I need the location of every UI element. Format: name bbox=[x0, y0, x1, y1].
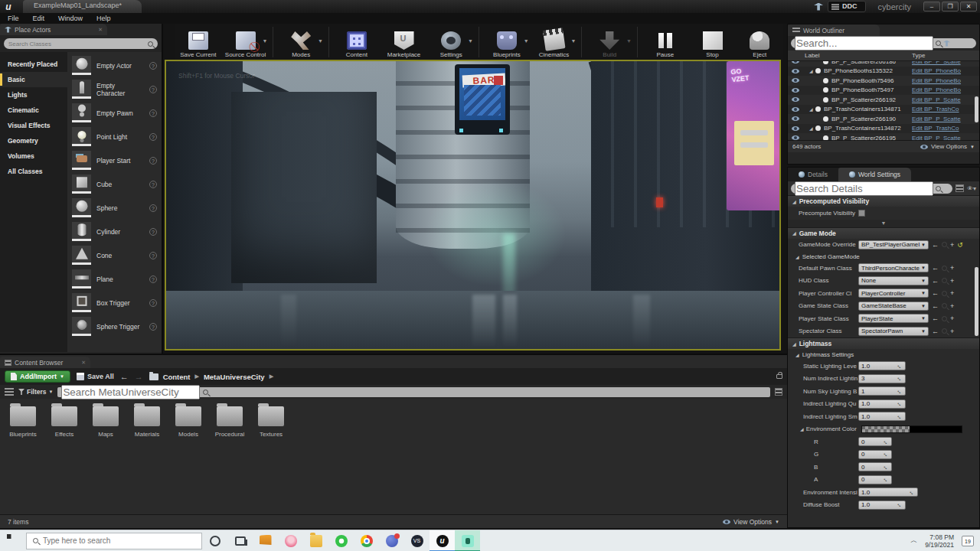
edit-blueprint-link[interactable]: Edit BP_PhoneBo bbox=[912, 77, 979, 84]
category-volumes[interactable]: Volumes bbox=[0, 148, 67, 164]
display-list-icon[interactable] bbox=[956, 184, 964, 192]
default-pawn-dropdown[interactable]: ThirdPersonCharacte▼ bbox=[858, 263, 929, 272]
save-search-icon[interactable] bbox=[775, 388, 782, 396]
edit-blueprint-link[interactable]: Edit BP_P_Scatte bbox=[912, 61, 979, 65]
world-outliner-tab[interactable]: World Outliner bbox=[788, 24, 880, 36]
expand-arrow-icon[interactable]: ◢ bbox=[809, 106, 815, 112]
taskbar-search-input[interactable] bbox=[43, 536, 195, 545]
category-geometry[interactable]: Geometry bbox=[0, 133, 67, 148]
outliner-row[interactable]: ◢BP_TrashContainers134872Edit BP_TrashCo bbox=[788, 124, 979, 134]
cinematics-button[interactable]: Cinematics▼ bbox=[531, 26, 578, 58]
item-cylinder[interactable]: Cylinder? bbox=[67, 220, 162, 243]
visibility-eye-icon[interactable] bbox=[792, 107, 799, 112]
browse-icon[interactable] bbox=[942, 328, 947, 334]
section-lightmass[interactable]: ◢Lightmass bbox=[788, 337, 979, 349]
add-new-icon[interactable]: + bbox=[950, 277, 954, 285]
browse-icon[interactable] bbox=[942, 303, 947, 308]
blueprints-button[interactable]: Blueprints▼ bbox=[483, 26, 531, 58]
content-button[interactable]: Content bbox=[333, 26, 381, 58]
player-controller-dropdown[interactable]: PlayerController▼ bbox=[858, 289, 929, 298]
column-label[interactable]: Label bbox=[788, 52, 912, 59]
add-new-icon[interactable]: + bbox=[950, 264, 954, 272]
content-browser-tab[interactable]: Content Browser ✕ bbox=[0, 357, 90, 368]
outliner-row[interactable]: ◢BP_PhoneBooths135322Edit BP_PhoneBo bbox=[788, 67, 979, 77]
outliner-search-input[interactable] bbox=[795, 36, 933, 51]
edit-blueprint-link[interactable]: Edit BP_TrashCo bbox=[912, 106, 979, 112]
game-state-dropdown[interactable]: GameStateBase▼ bbox=[858, 302, 929, 311]
filters-button[interactable]: Filters▼ bbox=[18, 388, 53, 396]
visibility-eye-icon[interactable] bbox=[792, 88, 799, 93]
outliner-row[interactable]: BP_P_Scatterer266195Edit BP_P_Scatte bbox=[788, 133, 979, 140]
diffuse-boost-input[interactable]: 1.0↔ bbox=[858, 500, 906, 510]
indirect-quality-input[interactable]: 1.0↔ bbox=[858, 399, 906, 409]
help-icon[interactable]: ? bbox=[149, 228, 157, 236]
use-selected-icon[interactable]: ← bbox=[932, 289, 939, 297]
chevron-down-icon[interactable]: ▼ bbox=[570, 38, 576, 44]
expand-arrow-icon[interactable]: ◢ bbox=[809, 126, 815, 131]
visibility-eye-icon[interactable] bbox=[792, 116, 799, 121]
gamemode-override-dropdown[interactable]: BP_TestPlayerGameI▼ bbox=[858, 240, 929, 249]
help-icon[interactable]: ? bbox=[149, 204, 157, 212]
maximize-button[interactable]: ❐ bbox=[942, 2, 959, 11]
browse-icon[interactable] bbox=[942, 316, 947, 321]
folder-effects[interactable]: Effects bbox=[49, 406, 80, 514]
edit-blueprint-link[interactable]: Edit BP_PhoneBo bbox=[912, 67, 979, 74]
category-visual-effects[interactable]: Visual Effects bbox=[0, 118, 67, 133]
browse-icon[interactable] bbox=[942, 242, 947, 247]
subsection-lightmass-settings[interactable]: ◢Lightmass Settings bbox=[788, 349, 979, 360]
help-icon[interactable]: ? bbox=[149, 181, 157, 188]
taskbar-search[interactable] bbox=[26, 533, 202, 549]
precompute-visibility-checkbox[interactable] bbox=[858, 210, 865, 217]
modes-button[interactable]: Modes▼ bbox=[277, 26, 325, 58]
static-lighting-input[interactable]: 1.0↔ bbox=[858, 361, 906, 370]
add-new-icon[interactable]: + bbox=[950, 315, 954, 322]
subsection-selected-gamemode[interactable]: ◢Selected GameMode bbox=[788, 251, 979, 262]
content-search-input[interactable] bbox=[61, 385, 200, 399]
item-point-light[interactable]: Point Light? bbox=[67, 125, 162, 148]
spectator-class-dropdown[interactable]: SpectatorPawn▼ bbox=[858, 327, 929, 336]
folder-maps[interactable]: Maps bbox=[90, 406, 121, 514]
chevron-down-icon[interactable]: ▼ bbox=[318, 38, 323, 44]
add-new-icon[interactable]: + bbox=[950, 328, 954, 335]
details-search[interactable] bbox=[791, 184, 952, 194]
ddc-button[interactable]: DDC bbox=[828, 1, 866, 12]
task-view-button[interactable] bbox=[227, 530, 253, 551]
chevron-down-icon[interactable]: ▼ bbox=[262, 38, 267, 44]
taskbar-app-photos[interactable] bbox=[278, 530, 303, 551]
breadcrumb-content[interactable]: Content bbox=[163, 373, 191, 381]
visibility-eye-icon[interactable] bbox=[792, 126, 799, 131]
item-empty-character[interactable]: Empty Character? bbox=[67, 77, 162, 101]
notification-center-button[interactable]: 19 bbox=[962, 536, 974, 546]
chevron-down-icon[interactable]: ▼ bbox=[468, 38, 473, 44]
outliner-columns[interactable]: Label Type bbox=[788, 51, 979, 61]
taskbar-app-whatsapp[interactable] bbox=[328, 530, 354, 551]
edit-blueprint-link[interactable]: Edit BP_P_Scatte bbox=[912, 116, 979, 122]
close-button[interactable]: ✕ bbox=[960, 2, 977, 11]
visibility-eye-icon[interactable] bbox=[792, 78, 799, 83]
folder-blueprints[interactable]: Blueprints bbox=[8, 406, 38, 514]
item-empty-pawn[interactable]: Empty Pawn? bbox=[67, 101, 162, 125]
details-scrollbar[interactable] bbox=[975, 267, 978, 336]
help-icon[interactable]: ? bbox=[149, 252, 157, 259]
use-selected-icon[interactable]: ← bbox=[932, 328, 939, 335]
content-view-options[interactable]: View Options▼ bbox=[723, 518, 779, 526]
use-selected-icon[interactable]: ← bbox=[932, 241, 939, 249]
reset-icon[interactable]: ↺ bbox=[957, 241, 963, 249]
edit-blueprint-link[interactable]: Edit BP_P_Scatte bbox=[912, 96, 979, 103]
category-basic[interactable]: Basic bbox=[0, 72, 67, 87]
save-all-button[interactable]: Save All bbox=[77, 373, 114, 380]
help-icon[interactable]: ? bbox=[149, 62, 157, 70]
item-cone[interactable]: Cone? bbox=[67, 243, 162, 267]
menu-edit[interactable]: Edit bbox=[33, 15, 45, 22]
use-selected-icon[interactable]: ← bbox=[932, 315, 939, 322]
item-sphere[interactable]: Sphere? bbox=[67, 196, 162, 220]
level-tab[interactable]: ExampleMap01_Landscape* bbox=[23, 0, 142, 13]
place-actors-tab[interactable]: Place Actors ✕ bbox=[0, 24, 107, 35]
channel-g-input[interactable]: 0↔ bbox=[858, 450, 892, 459]
edit-blueprint-link[interactable]: Edit BP_PhoneBo bbox=[912, 86, 979, 93]
add-new-icon[interactable]: + bbox=[950, 289, 954, 297]
taskbar-app-unreal[interactable]: u bbox=[430, 530, 455, 551]
item-cube[interactable]: Cube? bbox=[67, 172, 162, 196]
outliner-row[interactable]: ◢BP_TrashContainers134871Edit BP_TrashCo bbox=[788, 105, 979, 115]
channel-r-input[interactable]: 0↔ bbox=[858, 437, 892, 446]
